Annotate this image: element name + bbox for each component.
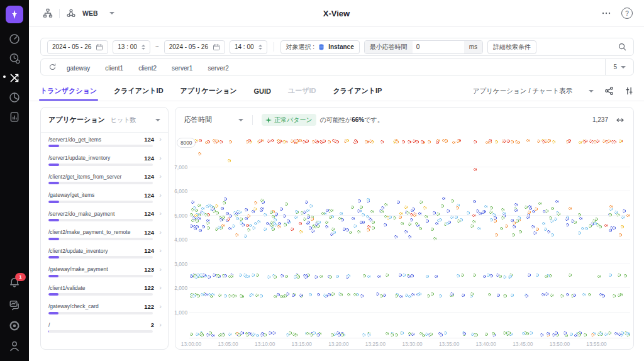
scatter-point[interactable] — [190, 295, 193, 298]
scatter-point[interactable] — [221, 207, 224, 210]
scatter-point[interactable] — [522, 332, 525, 335]
scatter-point[interactable] — [500, 227, 503, 230]
scatter-point[interactable] — [247, 228, 250, 231]
scatter-point[interactable] — [210, 295, 213, 298]
scatter-point[interactable] — [326, 209, 329, 212]
scatter-point[interactable] — [351, 206, 354, 209]
scatter-point[interactable] — [426, 219, 429, 223]
scatter-point[interactable] — [192, 294, 195, 297]
help-icon[interactable]: ? — [621, 8, 633, 19]
scatter-point[interactable] — [445, 139, 448, 142]
scatter-point[interactable] — [495, 233, 498, 236]
scatter-point[interactable] — [277, 139, 280, 142]
scatter-point[interactable] — [536, 228, 539, 231]
scatter-point[interactable] — [524, 331, 527, 335]
scatter-point[interactable] — [328, 140, 331, 143]
scatter-point[interactable] — [395, 333, 398, 336]
scatter-point[interactable] — [547, 332, 550, 335]
scatter-point[interactable] — [413, 214, 416, 217]
scatter-point[interactable] — [415, 222, 418, 225]
scatter-point[interactable] — [446, 222, 449, 225]
scatter-point[interactable] — [255, 294, 258, 297]
scatter-point[interactable] — [235, 233, 238, 236]
scatter-point[interactable] — [508, 275, 511, 279]
scatter-point[interactable] — [439, 294, 442, 297]
scatter-point[interactable] — [591, 333, 594, 336]
scatter-point[interactable] — [470, 294, 473, 297]
scatter-point[interactable] — [277, 139, 280, 142]
scatter-point[interactable] — [222, 333, 225, 336]
application-list-item[interactable]: /server1/do_get_items124› — [48, 136, 162, 155]
application-list-item[interactable]: /gateway/get_items124› — [48, 192, 162, 211]
scatter-point[interactable] — [224, 294, 227, 297]
scatter-point[interactable] — [473, 200, 476, 203]
scatter-point[interactable] — [272, 331, 275, 335]
scatter-point[interactable] — [591, 140, 594, 143]
scatter-point[interactable] — [354, 139, 357, 142]
scatter-point[interactable] — [211, 208, 214, 211]
scatter-point[interactable] — [555, 200, 558, 203]
scatter-point[interactable] — [511, 294, 514, 297]
scatter-point[interactable] — [489, 211, 492, 214]
date-from-field[interactable]: 2024 - 05 - 26 — [47, 40, 108, 54]
scatter-point[interactable] — [511, 140, 514, 143]
scatter-point[interactable] — [595, 218, 598, 221]
target-select-button[interactable]: 対象選択 : Instance — [280, 40, 360, 54]
scatter-point[interactable] — [323, 294, 326, 297]
scatter-point[interactable] — [431, 228, 434, 231]
scatter-point[interactable] — [431, 292, 434, 296]
scatter-point[interactable] — [219, 226, 223, 230]
scatter-point[interactable] — [300, 294, 303, 297]
scatter-point[interactable] — [195, 275, 198, 279]
scatter-point[interactable] — [346, 275, 349, 279]
scatter-point[interactable] — [609, 213, 612, 216]
scatter-point[interactable] — [227, 218, 230, 221]
scatter-point[interactable] — [387, 216, 390, 219]
scatter-point[interactable] — [295, 141, 298, 144]
scatter-point[interactable] — [201, 211, 204, 214]
scatter-point[interactable] — [206, 333, 209, 336]
scatter-point[interactable] — [451, 199, 454, 203]
scatter-point[interactable] — [331, 292, 335, 296]
scatter-point[interactable] — [220, 218, 223, 221]
scatter-point[interactable] — [408, 235, 411, 238]
scatter-point[interactable] — [571, 294, 574, 297]
scatter-point[interactable] — [294, 140, 297, 143]
scatter-point[interactable] — [194, 216, 197, 219]
scatter-point[interactable] — [506, 333, 509, 336]
scatter-point[interactable] — [341, 332, 344, 335]
scatter-point[interactable] — [367, 198, 370, 201]
scatter-point[interactable] — [547, 274, 550, 277]
scatter-point[interactable] — [376, 292, 379, 296]
scatter-point[interactable] — [436, 213, 440, 216]
scatter-point[interactable] — [303, 218, 306, 221]
scatter-point[interactable] — [349, 231, 352, 234]
scatter-point[interactable] — [208, 204, 211, 207]
scatter-point[interactable] — [488, 293, 491, 296]
scatter-point[interactable] — [272, 274, 275, 277]
scatter-point[interactable] — [272, 228, 275, 231]
scatter-point[interactable] — [366, 215, 369, 218]
scatter-point[interactable] — [191, 294, 194, 297]
scatter-point[interactable] — [311, 332, 314, 335]
scatter-point[interactable] — [557, 213, 560, 216]
scatter-point[interactable] — [596, 140, 599, 143]
scatter-point[interactable] — [624, 274, 627, 277]
scatter-point[interactable] — [239, 274, 242, 277]
scatter-point[interactable] — [370, 210, 374, 213]
scatter-point[interactable] — [194, 293, 197, 296]
scatter-point[interactable] — [486, 141, 489, 144]
scatter-point[interactable] — [314, 140, 318, 143]
scatter-point[interactable] — [245, 208, 248, 211]
scatter-point[interactable] — [258, 140, 262, 143]
scatter-point[interactable] — [428, 140, 431, 143]
scatter-point[interactable] — [625, 331, 628, 335]
scatter-point[interactable] — [221, 217, 225, 220]
chevron-right-icon[interactable]: › — [154, 266, 162, 273]
tab-2[interactable]: アプリケーション — [180, 81, 237, 101]
scatter-point[interactable] — [344, 140, 347, 143]
share-icon[interactable] — [604, 86, 614, 96]
scatter-point[interactable] — [328, 209, 331, 213]
scatter-point[interactable] — [584, 333, 587, 336]
scatter-point[interactable] — [228, 227, 231, 230]
